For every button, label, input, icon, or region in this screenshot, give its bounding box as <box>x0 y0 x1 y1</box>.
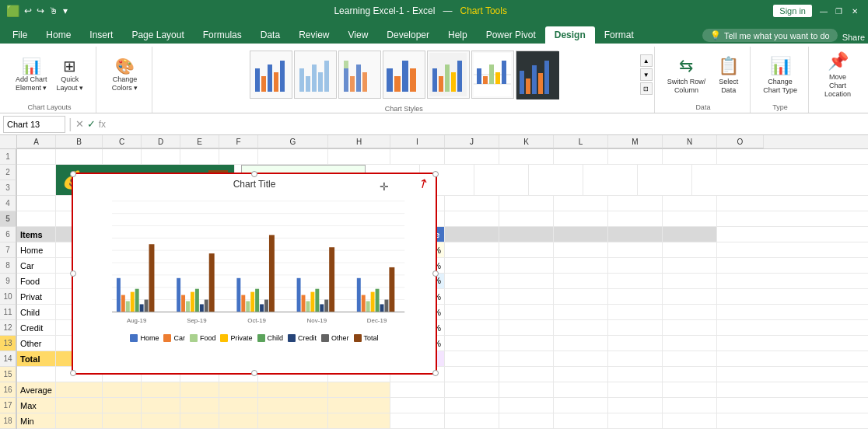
cell-l9[interactable] <box>554 289 608 304</box>
cell-l14[interactable] <box>554 367 608 382</box>
cell-j13[interactable] <box>445 351 499 366</box>
sign-in-button[interactable]: Sign in <box>773 5 812 17</box>
cell-l17[interactable] <box>554 413 608 428</box>
cell-k17[interactable] <box>499 413 554 428</box>
cell-l8[interactable] <box>554 274 608 288</box>
cell-l12[interactable] <box>554 336 608 351</box>
cell-a6[interactable]: Home <box>17 242 56 257</box>
cell-g16[interactable] <box>258 398 328 413</box>
cell-n17[interactable] <box>663 413 717 428</box>
cell-n6[interactable] <box>663 242 717 257</box>
cell-j11[interactable] <box>445 320 499 335</box>
cell-g15[interactable] <box>258 382 328 397</box>
cell-d17[interactable] <box>142 413 180 428</box>
cell-a9[interactable]: Privat <box>17 289 56 304</box>
cell-l16[interactable] <box>554 398 608 413</box>
tab-power-pivot[interactable]: Power Pivot <box>477 26 545 44</box>
cell-n1[interactable] <box>663 149 717 164</box>
cell-h17[interactable] <box>328 413 390 428</box>
switch-row-column-button[interactable]: ⇆ Switch Row/Column <box>663 53 711 98</box>
cell-f16[interactable] <box>219 398 258 413</box>
cell-m10[interactable] <box>608 305 663 319</box>
chart-styles-up[interactable]: ▲ <box>640 54 653 67</box>
chart-style-6[interactable] <box>471 51 514 99</box>
chart-style-3[interactable] <box>338 51 381 99</box>
cell-a12[interactable]: Other <box>17 336 56 351</box>
handle-bm[interactable] <box>251 370 257 376</box>
cell-n2[interactable] <box>638 165 692 195</box>
title-bar-more[interactable]: ▾ <box>63 5 68 16</box>
cell-l5[interactable] <box>554 227 608 242</box>
cell-l13[interactable] <box>554 351 608 366</box>
name-box[interactable] <box>3 116 65 133</box>
tab-view[interactable]: View <box>339 26 378 44</box>
cell-j5[interactable] <box>445 227 499 242</box>
cell-b16[interactable] <box>56 398 103 413</box>
cell-g1[interactable] <box>258 149 328 164</box>
tab-format[interactable]: Format <box>595 26 643 44</box>
cell-k11[interactable] <box>499 320 554 335</box>
cell-e17[interactable] <box>180 413 219 428</box>
cell-i15[interactable] <box>390 382 445 397</box>
cell-c17[interactable] <box>103 413 142 428</box>
cell-h15[interactable] <box>328 382 390 397</box>
cell-a17[interactable]: Min <box>17 413 56 428</box>
cell-m13[interactable] <box>608 351 663 366</box>
cell-n9[interactable] <box>663 289 717 304</box>
share-button[interactable]: Share <box>842 33 865 42</box>
cell-d16[interactable] <box>142 398 180 413</box>
cell-n15[interactable] <box>663 382 717 397</box>
cell-m7[interactable] <box>608 258 663 273</box>
tab-developer[interactable]: Developer <box>377 26 439 44</box>
select-data-button[interactable]: 📋 SelectData <box>713 53 744 98</box>
tell-me-box[interactable]: 💡 Tell me what you want to do <box>702 29 838 42</box>
cell-j4[interactable] <box>445 211 499 226</box>
tab-insert[interactable]: Insert <box>80 26 122 44</box>
cell-j17[interactable] <box>445 413 499 428</box>
handle-tr[interactable] <box>432 171 439 177</box>
cell-n11[interactable] <box>663 320 717 335</box>
chart-styles-expand[interactable]: ⊡ <box>640 82 653 95</box>
chart-style-1[interactable] <box>250 51 292 99</box>
undo-icon[interactable]: ↩ <box>24 5 32 16</box>
cell-j9[interactable] <box>445 289 499 304</box>
cell-j7[interactable] <box>445 258 499 273</box>
cell-m3[interactable] <box>608 196 663 211</box>
cell-a16[interactable]: Max <box>17 398 56 413</box>
tab-design[interactable]: Design <box>545 26 595 44</box>
chart-style-2[interactable] <box>294 51 337 99</box>
handle-bl[interactable] <box>70 370 76 376</box>
handle-tl[interactable] <box>70 171 76 177</box>
cell-m12[interactable] <box>608 336 663 351</box>
cell-f15[interactable] <box>219 382 258 397</box>
cell-m15[interactable] <box>608 382 663 397</box>
cell-f1[interactable] <box>219 149 258 164</box>
cell-a5[interactable]: Items <box>17 227 56 242</box>
cell-b1[interactable] <box>56 149 103 164</box>
maximize-button[interactable]: ❐ <box>832 4 846 18</box>
cell-k14[interactable] <box>499 367 554 382</box>
cell-a14[interactable] <box>17 367 56 382</box>
cell-f17[interactable] <box>219 413 258 428</box>
cell-k7[interactable] <box>499 258 554 273</box>
confirm-formula-icon[interactable]: ✓ <box>87 118 96 130</box>
tab-help[interactable]: Help <box>439 26 477 44</box>
cell-c16[interactable] <box>103 398 142 413</box>
cell-l10[interactable] <box>554 305 608 319</box>
cell-j10[interactable] <box>445 305 499 319</box>
redo-icon[interactable]: ↪ <box>37 5 44 16</box>
cell-m2[interactable] <box>583 165 638 195</box>
cell-l1[interactable] <box>554 149 608 164</box>
cell-k9[interactable] <box>499 289 554 304</box>
cell-j12[interactable] <box>445 336 499 351</box>
cell-l4[interactable] <box>554 211 608 226</box>
cell-n16[interactable] <box>663 398 717 413</box>
cell-l7[interactable] <box>554 258 608 273</box>
cell-a3[interactable] <box>17 196 56 211</box>
cell-c1[interactable] <box>103 149 142 164</box>
cell-m17[interactable] <box>608 413 663 428</box>
cell-m11[interactable] <box>608 320 663 335</box>
minimize-button[interactable]: — <box>817 4 831 18</box>
chart-style-5[interactable] <box>427 51 470 99</box>
cell-k15[interactable] <box>499 382 554 397</box>
